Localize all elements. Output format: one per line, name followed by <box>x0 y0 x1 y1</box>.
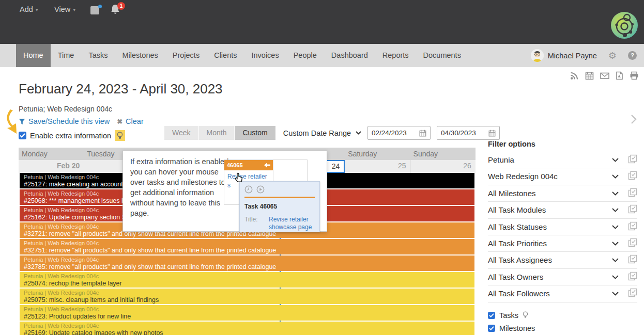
stack-check-icon[interactable] <box>628 221 637 231</box>
week-button[interactable]: Week <box>164 126 198 140</box>
notifications-button[interactable]: 1 <box>110 4 123 16</box>
tab-home[interactable]: Home <box>16 44 51 67</box>
filter-milestones-dropdown[interactable]: All Milestones <box>488 185 637 202</box>
end-date-input[interactable]: 04/30/2023 <box>437 126 500 140</box>
stack-check-icon[interactable] <box>628 272 637 281</box>
chevron-down-icon <box>612 258 619 262</box>
calendar-icon[interactable] <box>488 130 496 137</box>
stack-check-icon[interactable] <box>628 254 637 264</box>
tab-tasks[interactable]: Tasks <box>81 44 115 67</box>
view-menu[interactable]: View ▾ <box>54 5 75 13</box>
task-bar[interactable]: Petunia | Web Redesign 004c#25123: Produ… <box>20 305 474 321</box>
stack-check-icon[interactable] <box>628 171 637 180</box>
play-icon <box>256 185 265 194</box>
filter-project-dropdown[interactable]: Web Redesign 004c <box>488 168 637 185</box>
milestones-checkbox[interactable] <box>488 325 495 332</box>
chevron-down-icon <box>612 225 619 229</box>
lightbulb-badge[interactable] <box>115 130 125 141</box>
month-button[interactable]: Month <box>199 126 235 140</box>
task-bar[interactable]: Petunia | Web Redesign 004c#25169: Updat… <box>20 322 474 335</box>
tab-time[interactable]: Time <box>51 44 82 67</box>
stack-check-icon[interactable] <box>628 154 637 164</box>
filter-task-owners-dropdown[interactable]: All Task Owners <box>488 269 637 285</box>
date-range-select[interactable]: Custom Date Range <box>283 129 361 137</box>
task-bar[interactable]: Petunia | Web Redesign 004c#32785: remov… <box>20 256 474 271</box>
tasks-checkbox-label: Tasks <box>499 311 518 320</box>
stack-check-icon[interactable] <box>628 204 637 214</box>
filter-task-priorities-dropdown[interactable]: All Task Priorities <box>488 235 637 252</box>
week-label-cell[interactable]: Feb 20 <box>19 160 84 173</box>
filter-task-followers-dropdown[interactable]: All Task Followers <box>488 285 637 302</box>
user-name: Michael Payne <box>548 52 597 60</box>
tab-milestones[interactable]: Milestones <box>115 44 165 67</box>
tab-clients[interactable]: Clients <box>207 44 244 67</box>
save-schedule-link[interactable]: Save/Schedule this view <box>28 117 110 125</box>
type-checkboxes: Tasks Milestones <box>488 311 637 332</box>
chevron-down-icon: ▾ <box>73 7 75 12</box>
tab-projects[interactable]: Projects <box>165 44 207 67</box>
task-bar[interactable]: Petunia | Web Redesign 004c#25074: recho… <box>20 272 474 288</box>
start-date-input[interactable]: 02/24/2023 <box>367 126 431 140</box>
pdf-icon[interactable] <box>616 71 623 80</box>
export-toolbar <box>570 71 639 80</box>
panel-expand-chevron-icon[interactable] <box>631 114 637 124</box>
tab-dashboard[interactable]: Dashboard <box>324 44 375 67</box>
calendar-icon[interactable] <box>585 71 594 80</box>
view-actions: Save/Schedule this view ✖ Clear <box>19 117 144 125</box>
tooltip-text: If extra information is enabled you can … <box>130 156 229 218</box>
date-cell[interactable]: 26 <box>410 160 476 173</box>
enable-extra-checkbox[interactable] <box>19 132 26 139</box>
top-bar: Add ▾ View ▾ 1 <box>0 0 644 44</box>
tasks-checkbox[interactable] <box>488 312 495 319</box>
date-range-label: Custom Date Range <box>283 129 351 137</box>
add-menu[interactable]: Add ▾ <box>20 5 38 13</box>
gear-icon[interactable]: ⚙ <box>608 50 617 61</box>
end-date-value: 04/30/2023 <box>441 129 476 137</box>
enable-extra-row: Enable extra information <box>19 130 125 141</box>
help-icon[interactable]: ? <box>628 51 637 60</box>
lightbulb-icon[interactable] <box>523 311 528 319</box>
filter-task-assignees-dropdown[interactable]: All Task Assignees <box>488 252 637 268</box>
view-menu-label: View <box>54 5 70 13</box>
stack-check-icon[interactable] <box>628 238 637 247</box>
calendar-icon[interactable] <box>419 130 426 137</box>
mail-icon[interactable] <box>600 71 609 80</box>
day-header-monday: Monday <box>19 148 84 160</box>
extra-info-tooltip: If extra information is enabled you can … <box>122 150 327 232</box>
chevron-down-icon <box>612 192 619 196</box>
tab-people[interactable]: People <box>286 44 324 67</box>
filter-task-modules-dropdown[interactable]: All Task Modules <box>488 202 637 218</box>
nav-tabs: Home Time Tasks Milestones Projects Clie… <box>16 44 468 67</box>
chevron-down-icon: ▾ <box>36 7 38 12</box>
mini-panel-task-heading: Task 46065 <box>244 203 315 210</box>
filter-task-statuses-dropdown[interactable]: All Task Statuses <box>488 219 637 235</box>
user-menu[interactable]: Michael Payne <box>531 49 597 62</box>
lightbulb-icon <box>117 132 123 140</box>
stack-check-icon[interactable] <box>628 288 637 297</box>
print-icon[interactable] <box>630 71 639 80</box>
mini-panel-rule <box>244 197 315 198</box>
enable-extra-label: Enable extra information <box>30 132 111 140</box>
chevron-down-icon <box>356 131 361 135</box>
mini-task-tooltip-panel: Task 46065 Title: Revise retailer showca… <box>239 181 320 232</box>
tab-invoices[interactable]: Invoices <box>244 44 286 67</box>
hand-cursor-icon <box>235 172 243 182</box>
milestones-checkbox-row: Milestones <box>488 324 637 332</box>
task-bar[interactable]: Petunia | Web Redesign 004c#25075: misc.… <box>20 289 474 304</box>
mini-title-value: Revise retailer showcase page <box>269 216 315 231</box>
main-nav: Home Time Tasks Milestones Projects Clie… <box>0 44 644 67</box>
filter-client-dropdown[interactable]: Petunia <box>488 152 637 168</box>
stack-check-icon[interactable] <box>628 188 637 197</box>
notification-badge: 1 <box>117 2 125 10</box>
tab-documents[interactable]: Documents <box>416 44 468 67</box>
clear-link[interactable]: Clear <box>126 117 144 125</box>
page-subtitle: Petunia; Web Redesign 004c <box>19 105 112 113</box>
tab-reports[interactable]: Reports <box>375 44 416 67</box>
custom-button[interactable]: Custom <box>235 126 275 140</box>
rss-icon[interactable] <box>570 71 579 80</box>
task-bar[interactable]: Petunia | Web Redesign 004c#32751: remov… <box>20 239 474 254</box>
app-logo[interactable] <box>610 11 639 40</box>
mini-panel-title-row: Title: Revise retailer showcase page <box>244 216 315 231</box>
notes-button[interactable] <box>90 5 102 15</box>
date-cell[interactable]: 25 <box>345 160 410 173</box>
